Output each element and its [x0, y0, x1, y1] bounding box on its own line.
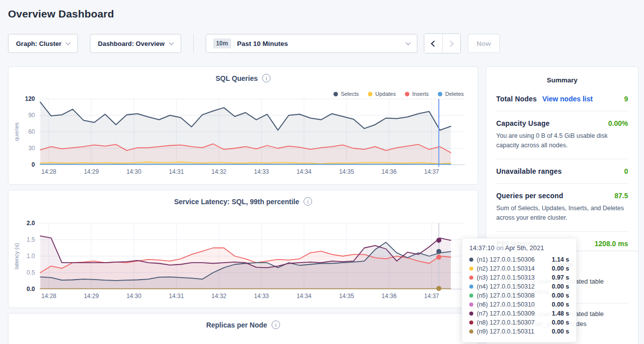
node-color-dot [469, 321, 473, 325]
tooltip-node-row: (n9) 127.0.0.1:503110.00 s [469, 327, 569, 336]
node-address: (n6) 127.0.0.1:50310 [477, 301, 535, 308]
node-color-dot [469, 267, 473, 271]
svg-text:120: 120 [25, 95, 35, 102]
svg-text:14:35: 14:35 [339, 168, 354, 175]
info-icon[interactable]: i [262, 74, 271, 82]
svg-text:1.5: 1.5 [26, 236, 35, 243]
node-latency-value: 1.48 s [552, 310, 569, 317]
sql-queries-header: SQL Queries i [8, 67, 478, 82]
chevron-down-icon [405, 40, 410, 45]
summary-row-unavailable-ranges: Unavailable ranges 0 [496, 159, 628, 183]
time-next-button[interactable] [442, 34, 460, 53]
svg-text:2.0: 2.0 [26, 220, 35, 227]
node-address: (n1) 127.0.0.1:50306 [477, 256, 535, 263]
node-color-dot [469, 276, 473, 280]
summary-value: 9 [624, 95, 628, 103]
toolbar: Graph: Cluster Dashboard: Overview 10m P… [8, 34, 500, 53]
summary-value: 0 [624, 167, 628, 175]
svg-text:14:35: 14:35 [339, 293, 354, 300]
svg-text:14:28: 14:28 [41, 168, 56, 175]
svg-text:14:31: 14:31 [169, 293, 184, 300]
svg-text:60: 60 [28, 128, 35, 135]
now-button[interactable]: Now [468, 34, 500, 53]
graph-dropdown[interactable]: Graph: Cluster [8, 34, 78, 53]
node-color-dot [469, 285, 473, 289]
tooltip-date: Apr 5th, 2021 [505, 244, 544, 252]
summary-row-queries-per-second: Queries per second 87.5 Sum of Selects, … [496, 183, 628, 231]
tooltip-node-row: (n2) 127.0.0.1:503140.00 s [469, 264, 569, 273]
sql-queries-chart[interactable]: 14:2814:2914:3014:3114:3214:3314:3414:35… [8, 86, 479, 186]
svg-text:14:28: 14:28 [41, 293, 56, 300]
node-color-dot [469, 312, 473, 316]
dashboard-dropdown-label: Dashboard: Overview [98, 40, 165, 47]
time-step-buttons [424, 33, 461, 53]
summary-title: Summary [496, 67, 628, 87]
summary-panel: Summary Total Nodes View nodes list 9 Ca… [486, 66, 639, 256]
service-latency-panel: Service Latency: SQL, 99th percentile i … [8, 190, 478, 308]
chevron-down-icon [66, 40, 71, 45]
svg-text:14:31: 14:31 [169, 168, 184, 175]
svg-text:90: 90 [28, 112, 35, 119]
tooltip-node-row: (n5) 127.0.0.1:503080.00 s [469, 291, 569, 300]
node-address: (n4) 127.0.0.1:50312 [477, 283, 535, 290]
svg-text:14:33: 14:33 [254, 293, 269, 300]
node-address: (n8) 127.0.0.1:50307 [477, 319, 535, 326]
svg-text:0.5: 0.5 [26, 269, 35, 276]
svg-text:14:30: 14:30 [126, 293, 141, 300]
info-icon[interactable]: i [304, 197, 312, 206]
summary-label: Total Nodes [496, 95, 537, 103]
chevron-down-icon [169, 40, 174, 45]
chart-tooltip: 14:37:10 on Apr 5th, 2021 (n1) 127.0.0.1… [462, 238, 577, 343]
node-address: (n3) 127.0.0.1:50313 [477, 274, 535, 281]
info-icon[interactable]: i [272, 321, 280, 329]
tooltip-node-row: (n6) 127.0.0.1:503100.00 s [469, 300, 569, 309]
chevron-right-icon [447, 40, 454, 47]
time-prev-button[interactable] [424, 34, 442, 53]
tooltip-rows: (n1) 127.0.0.1:503061.14 s(n2) 127.0.0.1… [469, 255, 569, 336]
service-latency-chart[interactable]: 14:2814:2914:3014:3114:3214:3314:3414:35… [8, 210, 479, 310]
dashboard-dropdown[interactable]: Dashboard: Overview [90, 34, 181, 53]
svg-text:14:29: 14:29 [84, 168, 99, 175]
node-address: (n2) 127.0.0.1:50314 [477, 265, 535, 272]
summary-label: Unavailable ranges [496, 167, 562, 175]
summary-description: You are using 0 B of 4.5 GiB usable disk… [496, 131, 628, 151]
svg-text:14:37: 14:37 [424, 168, 439, 175]
node-color-dot [469, 330, 473, 334]
service-latency-header: Service Latency: SQL, 99th percentile i [8, 190, 478, 206]
node-latency-value: 0.97 s [552, 274, 569, 281]
tooltip-node-row: (n3) 127.0.0.1:503130.97 s [469, 273, 569, 282]
svg-text:14:29: 14:29 [84, 293, 99, 300]
node-latency-value: 1.14 s [552, 256, 569, 263]
node-latency-value: 0.00 s [552, 265, 569, 272]
svg-text:0.0: 0.0 [26, 286, 35, 293]
tooltip-timestamp: 14:37:10 on Apr 5th, 2021 [469, 244, 569, 252]
summary-row-total-nodes: Total Nodes View nodes list 9 [496, 87, 628, 111]
time-range-label: Past 10 Minutes [237, 40, 288, 47]
page-title: Overview Dashboard [0, 0, 644, 20]
node-address: (n7) 127.0.0.1:50309 [477, 310, 535, 317]
tooltip-node-row: (n1) 127.0.0.1:503061.14 s [469, 255, 569, 264]
svg-text:14:30: 14:30 [126, 168, 141, 175]
replicas-header: Replicas per Node i [8, 314, 478, 329]
svg-text:14:36: 14:36 [381, 293, 396, 300]
svg-text:14:34: 14:34 [297, 168, 312, 175]
chart-title: Replicas per Node [206, 321, 267, 329]
tooltip-node-row: (n8) 127.0.0.1:503070.00 s [469, 318, 569, 327]
toolbar-divider [193, 34, 194, 53]
view-nodes-list-link[interactable]: View nodes list [542, 95, 593, 103]
time-range-badge: 10m [213, 38, 231, 48]
svg-text:14:33: 14:33 [254, 168, 269, 175]
node-latency-value: 0.00 s [552, 319, 569, 326]
summary-label: Queries per second [496, 192, 563, 200]
time-range-selector[interactable]: 10m Past 10 Minutes [206, 34, 417, 53]
svg-text:14:34: 14:34 [297, 293, 312, 300]
node-latency-value: 0.00 s [552, 292, 569, 299]
svg-text:14:32: 14:32 [212, 293, 227, 300]
tooltip-node-row: (n4) 127.0.0.1:503120.00 s [469, 282, 569, 291]
svg-text:30: 30 [28, 145, 35, 152]
summary-label: Capacity Usage [496, 119, 550, 127]
tooltip-on: on [496, 244, 503, 252]
node-address: (n5) 127.0.0.1:50308 [477, 292, 535, 299]
node-latency-value: 0.00 s [552, 283, 569, 290]
svg-text:queries: queries [13, 122, 19, 141]
